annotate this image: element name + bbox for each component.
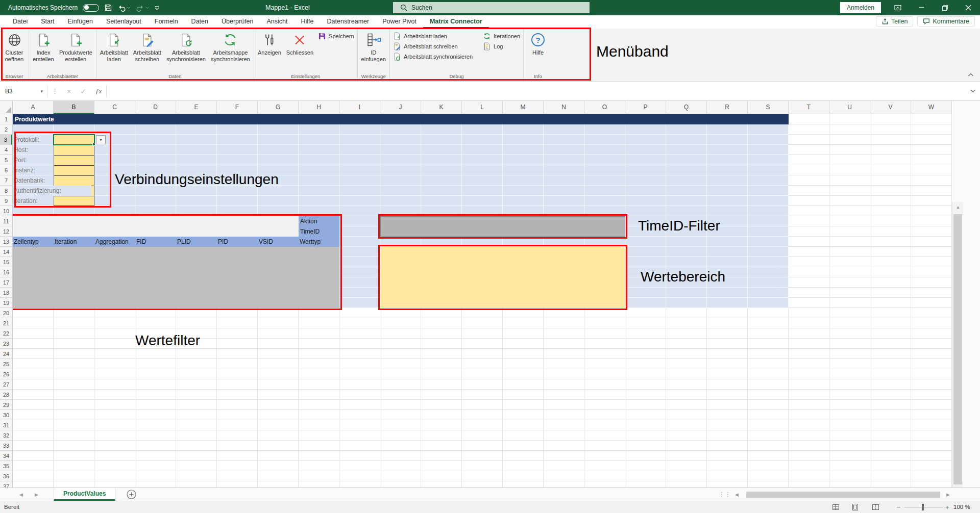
restore-button[interactable] <box>933 0 957 15</box>
column-header[interactable]: L <box>462 101 503 114</box>
ribbon-tab[interactable]: Ansicht <box>260 15 295 29</box>
filter-table-top-area[interactable] <box>13 216 299 237</box>
select-all-button[interactable] <box>0 101 13 114</box>
vertical-scrollbar-thumb[interactable] <box>953 214 962 484</box>
column-header[interactable]: S <box>748 101 789 114</box>
schliessen-button[interactable]: Schliessen <box>284 30 316 73</box>
scroll-up-icon[interactable]: ▲ <box>952 202 964 212</box>
row-header[interactable]: 7 <box>0 175 12 186</box>
arbeitsblatt-laden-button[interactable]: Arbeitsblattladen <box>97 30 131 73</box>
add-sheet-button[interactable] <box>127 490 136 499</box>
row-header[interactable]: 35 <box>0 461 12 471</box>
row-header[interactable]: 21 <box>0 318 12 328</box>
row-header[interactable]: 14 <box>0 247 12 257</box>
cluster-oeffnen-button[interactable]: Clusteroeffnen <box>1 30 28 73</box>
zoom-slider-thumb[interactable] <box>922 504 924 510</box>
expand-formula-bar-icon[interactable] <box>970 89 976 93</box>
collapse-ribbon-icon[interactable] <box>968 72 974 77</box>
column-header[interactable]: G <box>258 101 299 114</box>
column-header[interactable]: R <box>707 101 748 114</box>
fill-handle[interactable] <box>92 143 95 146</box>
debug-arbeitsblatt-laden-button[interactable]: Arbeitsblatt laden <box>393 31 473 41</box>
zoom-in-button[interactable]: + <box>945 501 949 513</box>
cell-grid[interactable]: Produktwerte Protokoll:Host:Port:Instanz… <box>13 114 952 488</box>
ribbon-tab[interactable]: Überprüfen <box>215 15 260 29</box>
column-header[interactable]: K <box>421 101 462 114</box>
comments-button[interactable]: Kommentare <box>917 16 975 27</box>
row-header[interactable]: 23 <box>0 339 12 349</box>
row-header[interactable]: 28 <box>0 390 12 400</box>
column-header[interactable]: P <box>625 101 666 114</box>
column-header[interactable]: Q <box>666 101 707 114</box>
column-header[interactable]: V <box>870 101 911 114</box>
index-erstellen-button[interactable]: Indexerstellen <box>30 30 57 73</box>
row-header[interactable]: 4 <box>0 145 12 155</box>
row-header[interactable]: 13 <box>0 237 12 247</box>
row-header[interactable]: 31 <box>0 420 12 430</box>
redo-button[interactable] <box>136 4 149 12</box>
column-header[interactable]: B <box>54 101 94 114</box>
column-header[interactable]: H <box>299 101 339 114</box>
confirm-entry-icon[interactable]: ✓ <box>76 87 91 95</box>
row-header[interactable]: 9 <box>0 196 12 206</box>
name-box[interactable]: B3 ▾ <box>1 85 47 98</box>
row-header[interactable]: 20 <box>0 308 12 318</box>
row-header[interactable]: 16 <box>0 267 12 277</box>
cancel-entry-icon[interactable]: × <box>62 87 76 95</box>
produktwerte-erstellen-button[interactable]: Produktwerteerstellen <box>57 30 95 73</box>
minimize-button[interactable] <box>910 0 933 15</box>
zoom-level[interactable]: 100 % <box>953 501 970 513</box>
ribbon-display-options-button[interactable] <box>886 0 910 15</box>
arbeitsmappe-synchronisieren-button[interactable]: Arbeitsmappesynchronisieren <box>208 30 253 73</box>
ribbon-tab[interactable]: Seitenlayout <box>100 15 148 29</box>
customize-qat-button[interactable] <box>154 5 160 11</box>
scroll-right-icon[interactable]: ▶ <box>946 488 950 501</box>
row-header[interactable]: 8 <box>0 186 12 196</box>
column-header[interactable]: A <box>13 101 54 114</box>
next-sheet-icon[interactable]: ▶ <box>35 488 38 501</box>
scroll-left-icon[interactable]: ◀ <box>735 488 739 501</box>
column-header[interactable]: N <box>544 101 584 114</box>
hilfe-button[interactable]: ? Hilfe <box>525 30 551 73</box>
ribbon-tab[interactable]: Datei <box>6 15 34 29</box>
save-button[interactable] <box>104 4 112 12</box>
undo-button[interactable] <box>117 4 131 12</box>
ribbon-tab[interactable]: Hilfe <box>295 15 321 29</box>
column-header[interactable]: M <box>503 101 544 114</box>
ribbon-tab[interactable]: Daten <box>185 15 215 29</box>
column-header[interactable]: J <box>380 101 421 114</box>
row-header[interactable]: 5 <box>0 155 12 165</box>
row-header[interactable]: 33 <box>0 441 12 451</box>
timeid-filter-area[interactable] <box>380 216 625 237</box>
insert-function-icon[interactable]: ƒx <box>91 87 106 95</box>
ribbon-tab[interactable]: Start <box>34 15 61 29</box>
formula-input[interactable] <box>107 85 966 98</box>
row-header[interactable]: 25 <box>0 359 12 369</box>
row-header[interactable]: 3 <box>0 135 12 145</box>
horizontal-scrollbar-thumb[interactable] <box>746 492 940 498</box>
close-button[interactable] <box>957 0 980 15</box>
row-header[interactable]: 12 <box>0 226 12 237</box>
search-input[interactable]: Suchen <box>393 2 590 13</box>
row-header[interactable]: 10 <box>0 206 12 216</box>
page-layout-view-button[interactable] <box>851 503 859 511</box>
vertical-scrollbar[interactable]: ▲ ▼ <box>952 202 963 513</box>
ribbon-tab[interactable]: Matrix Connector <box>423 15 489 29</box>
row-header[interactable]: 22 <box>0 328 12 339</box>
row-header[interactable]: 27 <box>0 379 12 390</box>
row-header[interactable]: 32 <box>0 430 12 441</box>
sheet-tab-productvalues[interactable]: ProductValues <box>54 488 115 501</box>
row-header[interactable]: 26 <box>0 369 12 379</box>
previous-sheet-icon[interactable]: ◀ <box>19 488 23 501</box>
autosave-toggle[interactable] <box>83 4 99 12</box>
row-header[interactable]: 30 <box>0 410 12 420</box>
row-header[interactable]: 36 <box>0 471 12 481</box>
log-button[interactable]: Log <box>483 41 520 51</box>
column-header[interactable]: F <box>217 101 258 114</box>
zoom-out-button[interactable]: − <box>896 501 900 513</box>
column-header[interactable]: T <box>789 101 829 114</box>
iterationen-button[interactable]: Iterationen <box>483 31 520 41</box>
row-header[interactable]: 6 <box>0 165 12 175</box>
row-header[interactable]: 37 <box>0 481 12 488</box>
debug-arbeitsblatt-schreiben-button[interactable]: Arbeitsblatt schreiben <box>393 41 473 51</box>
